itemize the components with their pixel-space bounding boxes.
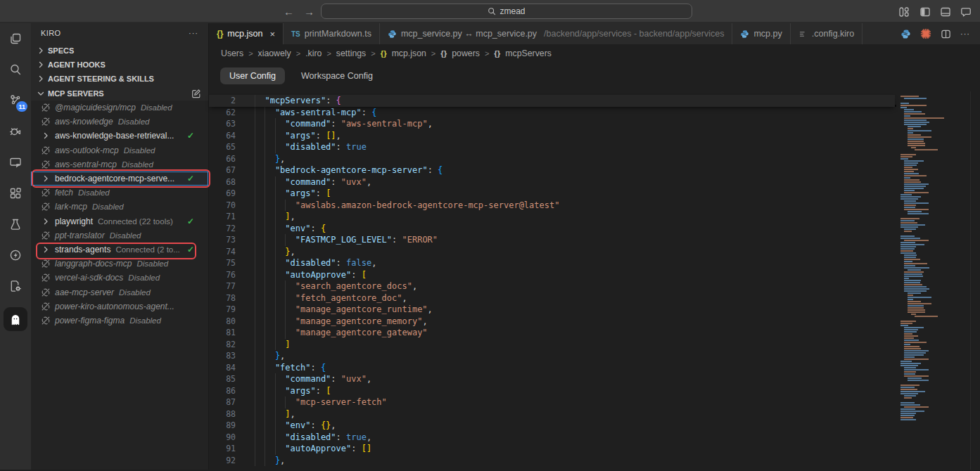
mcp-server-row[interactable]: lark-mcp Disabled [31,200,208,214]
chat-icon[interactable] [960,6,972,18]
toggle-left-panel-icon[interactable] [919,6,931,18]
debug-icon[interactable] [0,116,31,147]
mcp-server-row[interactable]: @magicuidesign/mcp Disabled [31,101,208,115]
kiro-spark-icon[interactable] [920,28,931,39]
mcp-server-row[interactable]: aws-knowledge Disabled [31,115,208,129]
beaker-icon[interactable] [0,209,31,240]
code-line[interactable]: 76"autoApprove": [ [209,269,895,281]
tab-printmarkdown[interactable]: TS printMarkdown.ts [284,23,380,44]
code-line[interactable]: 89"env": {}, [209,420,895,432]
tab-mcp-py[interactable]: mcp.py [732,23,790,44]
code-line[interactable]: 86"args": [ [209,385,895,397]
breadcrumb-item[interactable]: .kiro [305,49,322,58]
mcp-server-row[interactable]: ppt-translator Disabled [31,228,208,243]
breadcrumb-item[interactable]: Users [221,49,243,58]
mcp-network-icon[interactable]: 11 [0,85,31,116]
section-mcp-servers[interactable]: MCP SERVERS [31,86,208,101]
tab-config-kiro[interactable]: .config.kiro [791,23,863,44]
server-name: playwright [55,217,93,226]
code-line[interactable]: 65"disabled": true [209,141,895,153]
code-line[interactable]: 75"disabled": false, [209,257,895,269]
scrollbar[interactable] [970,91,980,470]
mcp-server-row[interactable]: aws-knowledge-base-retrieval... ✓ [31,129,208,143]
mcp-server-row[interactable]: power-figma-figma Disabled [31,314,208,328]
nav-forward-button[interactable]: → [304,6,314,18]
code-line[interactable]: 71], [209,211,895,223]
server-name: @magicuidesign/mcp [55,103,136,112]
section-agent-hooks[interactable]: AGENT HOOKS [31,58,208,72]
code-line[interactable]: 91"autoApprove": [] [209,443,895,455]
user-config-button[interactable]: User Config [220,67,285,84]
code-line[interactable]: 77"search_agentcore_docs", [209,280,895,292]
workspace-config-button[interactable]: Workspace Config [292,67,382,84]
code-line[interactable]: 73"FASTMCP_LOG_LEVEL": "ERROR" [209,234,895,246]
code-line[interactable]: 83}, [209,350,895,362]
section-specs[interactable]: SPECS [31,44,208,58]
sticky-code-line[interactable]: 2"mcpServers": { [209,95,895,107]
mcp-server-row[interactable]: langgraph-docs-mcp Disabled [31,257,208,271]
mcp-server-row[interactable]: strands-agents Connected (2 to... ✓ [31,243,208,257]
search-input[interactable]: zmead [321,4,692,19]
breadcrumb-separator: > [248,49,253,58]
code-line[interactable]: 68"command": "uvx", [209,176,895,188]
sidebar-more-button[interactable]: ··· [189,29,198,37]
breadcrumb-item[interactable]: mcp.json [392,49,426,58]
close-icon[interactable]: × [269,29,275,39]
code-line[interactable]: 63"command": "aws-sentral-mcp", [209,118,895,130]
customize-layout-icon[interactable] [898,6,910,18]
file-settings-icon[interactable] [0,271,31,302]
code-line[interactable]: 66}, [209,153,895,165]
files-icon[interactable] [0,23,31,54]
code-line[interactable]: 64"args": [], [209,130,895,142]
code-line[interactable]: 82] [209,339,895,351]
code-line[interactable]: 72"env": { [209,223,895,235]
code-line[interactable]: 79"manage_agentcore_runtime", [209,304,895,316]
code-line[interactable]: 78"fetch_agentcore_doc", [209,292,895,304]
code-editor[interactable]: 2"mcpServers": {62"aws-sentral-mcp": {63… [209,95,895,466]
code-line[interactable]: 85"command": "uvx", [209,373,895,385]
edit-icon[interactable] [191,89,201,98]
minimap[interactable] [895,91,962,470]
toggle-bottom-panel-icon[interactable] [940,6,951,18]
remote-screen-icon[interactable] [0,147,31,178]
connected-check-icon: ✓ [187,245,194,254]
tab-mcp-service-diff[interactable]: mcp_service.py ↔ mcp_service.py /backend… [380,23,733,44]
breadcrumb-item[interactable]: settings [336,49,366,58]
chevron-right-icon [42,246,49,253]
mcp-server-row[interactable]: power-kiro-autonomous-agent... [31,299,208,314]
breadcrumb-item[interactable]: powers [452,49,480,58]
code-line[interactable]: 88], [209,408,895,420]
mcp-server-row[interactable]: vercel-ai-sdk-docs Disabled [31,271,208,285]
search-sidebar-icon[interactable] [0,54,31,85]
chevron-right-icon [42,218,49,225]
section-agent-steering[interactable]: AGENT STEERING & SKILLS [31,72,208,86]
breadcrumb-item[interactable]: mcpServers [505,49,552,58]
split-editor-icon[interactable] [941,29,951,39]
mcp-server-row[interactable]: bedrock-agentcore-mcp-serve... ✓ [31,172,208,186]
code-line[interactable]: 70"awslabs.amazon-bedrock-agentcore-mcp-… [209,200,895,212]
code-line[interactable]: 81"manage_agentcore_gateway" [209,327,895,339]
mcp-server-row[interactable]: aae-mcp-server Disabled [31,285,208,299]
code-line[interactable]: 74}, [209,246,895,258]
nav-back-button[interactable]: ← [284,6,294,18]
mcp-server-row[interactable]: aws-outlook-mcp Disabled [31,143,208,157]
breadcrumb-item[interactable]: xiaowely [258,49,291,58]
kiro-ghost-icon[interactable] [4,307,27,331]
code-line[interactable]: 87"mcp-server-fetch" [209,396,895,408]
tab-mcp-json[interactable]: {} mcp.json × [209,23,284,44]
code-line[interactable]: 84"fetch": { [209,362,895,374]
server-status: Disabled [124,146,155,155]
code-line[interactable]: 69"args": [ [209,188,895,200]
code-line[interactable]: 80"manage_agentcore_memory", [209,316,895,328]
python-action-icon[interactable] [901,29,911,39]
code-line[interactable]: 67"bedrock-agentcore-mcp-server": { [209,164,895,176]
extensions-icon[interactable] [0,178,31,209]
power-icon[interactable] [0,240,31,271]
mcp-server-row[interactable]: playwright Connected (22 tools) ✓ [31,214,208,228]
mcp-server-row[interactable]: aws-sentral-mcp Disabled [31,157,208,172]
mcp-server-row[interactable]: fetch Disabled [31,186,208,200]
code-line[interactable]: 90"disabled": true, [209,432,895,444]
code-line[interactable]: 62"aws-sentral-mcp": { [209,107,895,119]
editor-more-icon[interactable]: ··· [960,30,970,38]
code-line[interactable]: 92}, [209,455,895,467]
